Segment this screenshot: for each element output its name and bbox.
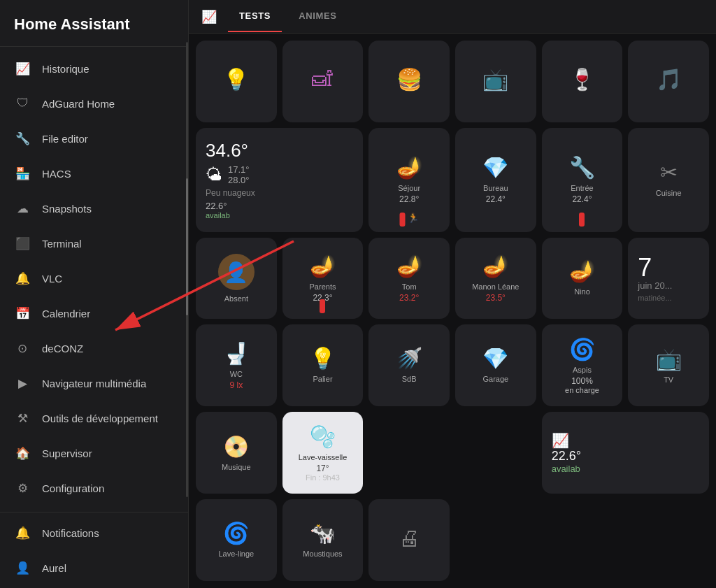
lave-vaisselle-sub: Fin : 9h43: [306, 473, 340, 482]
card-sejour[interactable]: 🪔 Séjour 22.8° 🏃: [368, 128, 450, 232]
sidebar-item-file-editor[interactable]: 🔧 File editor: [0, 121, 188, 156]
avail-temp: 22.6°: [552, 449, 699, 464]
sidebar-item-aurel[interactable]: 👤 Aurel: [0, 550, 188, 585]
wc-label: WC: [230, 370, 243, 379]
sidebar-item-configuration[interactable]: ⚙ Configuration: [0, 471, 188, 505]
sidebar-bottom: 🔔 Notifications 👤 Aurel: [0, 512, 188, 588]
card-musique[interactable]: 📀 Musique: [196, 412, 277, 494]
sidebar-item-hacs[interactable]: 🏪 HACS: [0, 156, 188, 191]
sidebar-item-vlc[interactable]: 🔔 VLC: [0, 261, 188, 296]
card-entree[interactable]: 🔧 Entrée 22.4°: [542, 128, 623, 232]
sidebar-item-outils[interactable]: ⚒ Outils de développement: [0, 401, 188, 436]
avatar: 👤: [218, 254, 255, 290]
lave-linge-icon: 🌀: [223, 521, 249, 545]
card-cuisine[interactable]: ✂ Cuisine: [628, 128, 709, 232]
printer-icon: 🖨: [399, 526, 420, 550]
tab-tests[interactable]: TESTS: [228, 1, 282, 32]
tv2-icon: 📺: [656, 347, 682, 371]
bureau-label: Bureau: [483, 184, 508, 193]
file-editor-label: File editor: [42, 133, 88, 145]
card-parents[interactable]: 🪔 Parents 22.3°: [282, 238, 364, 320]
supervisor-icon: 🏠: [14, 445, 31, 461]
supervisor-label: Supervisor: [42, 447, 92, 459]
sidebar-item-supervisor[interactable]: 🏠 Supervisor: [0, 436, 188, 471]
sdb-label: SdB: [402, 375, 417, 384]
entree-temp: 22.4°: [572, 194, 592, 204]
tab-animes[interactable]: ANIMES: [287, 1, 348, 32]
verre-icon: 🍷: [569, 67, 595, 92]
main-area: 📈 TESTS ANIMES 💡🛋🍔📺🍷🎵 34.6° 🌤 17.1°28.0°…: [189, 0, 716, 588]
weather-status: availab: [206, 211, 353, 220]
card-lampe1[interactable]: 💡: [196, 41, 277, 122]
navigateur-label: Navigateur multimédia: [42, 378, 146, 389]
weather-extra: 22.6°: [206, 201, 353, 211]
weather-card[interactable]: 34.6° 🌤 17.1°28.0° Peu nuageux 22.6° ava…: [196, 128, 363, 232]
tab-graph-icon[interactable]: 📈: [196, 2, 222, 31]
bureau-icon: 💎: [482, 155, 508, 180]
configuration-label: Configuration: [42, 482, 104, 494]
aurel-icon: 👤: [14, 559, 31, 576]
outils-icon: ⚒: [14, 410, 31, 426]
card-nino[interactable]: 🪔 Nino: [542, 238, 623, 320]
wc-icon: 🚽: [223, 341, 249, 366]
sidebar-item-navigateur[interactable]: ▶ Navigateur multimédia: [0, 366, 188, 401]
sdb-icon: 🚿: [396, 346, 422, 371]
card-lave-linge[interactable]: 🌀 Lave-linge: [196, 499, 277, 581]
hacs-icon: 🏪: [14, 165, 31, 182]
palier-icon: 💡: [310, 346, 336, 371]
card-lave-vaisselle[interactable]: 🫧 Lave-vaisselle 17° Fin : 9h43: [282, 412, 364, 494]
deconz-label: deCONZ: [42, 343, 83, 354]
sidebar-item-terminal[interactable]: ⬛ Terminal: [0, 226, 188, 261]
lave-vaisselle-temp: 17°: [316, 464, 329, 473]
card-badges-parents: [320, 299, 325, 313]
date-card[interactable]: 7 juin 20... matinée...: [628, 238, 709, 320]
avail-graph-icon: 📈: [552, 432, 699, 449]
sidebar-item-calendrier[interactable]: 📅 Calendrier: [0, 296, 188, 331]
aspis-label: Aspis: [573, 366, 592, 375]
card-tv[interactable]: 📺: [455, 41, 536, 122]
bureau-temp: 22.4°: [486, 194, 506, 204]
card-aspis[interactable]: 🌀 Aspis 100% en charge: [542, 324, 623, 406]
vlc-label: VLC: [42, 273, 62, 285]
parents-label: Parents: [310, 282, 336, 292]
musique-label: Musique: [222, 463, 251, 472]
weather-desc: Peu nuageux: [206, 188, 353, 198]
sidebar-nav: 📈 Historique 🛡 AdGuard Home 🔧 File edito…: [0, 47, 188, 512]
person-card[interactable]: 👤 Absent: [196, 238, 277, 320]
sidebar-item-deconz[interactable]: ⊙ deCONZ: [0, 331, 188, 366]
card-garage[interactable]: 💎 Garage: [455, 324, 536, 406]
nino-label: Nino: [574, 287, 590, 296]
garage-icon: 💎: [482, 346, 508, 371]
card-tom[interactable]: 🪔 Tom 23.2°: [368, 238, 450, 320]
card-music-note[interactable]: 🎵: [628, 41, 709, 122]
wc-count: 9 lx: [229, 380, 243, 390]
card-palier[interactable]: 💡 Palier: [282, 324, 364, 406]
card-sdb[interactable]: 🚿 SdB: [368, 324, 450, 406]
availability-card[interactable]: 📈 22.6° availab: [542, 412, 709, 494]
card-verre[interactable]: 🍷: [542, 41, 623, 122]
card-canape[interactable]: 🛋: [282, 41, 364, 122]
card-bureau[interactable]: 💎 Bureau 22.4°: [455, 128, 536, 232]
aurel-label: Aurel: [42, 562, 66, 574]
sidebar-item-notifications[interactable]: 🔔 Notifications: [0, 515, 188, 550]
card-printer[interactable]: 🖨: [368, 499, 450, 581]
adguard-label: AdGuard Home: [42, 98, 115, 110]
card-burger[interactable]: 🍔: [368, 41, 450, 122]
sidebar-item-adguard[interactable]: 🛡 AdGuard Home: [0, 86, 188, 121]
adguard-icon: 🛡: [14, 95, 31, 112]
card-manon[interactable]: 🪔 Manon Léane 23.5°: [455, 238, 536, 320]
sejour-temp: 22.8°: [399, 194, 419, 204]
card-wc[interactable]: 🚽 WC 9 lx: [196, 324, 277, 406]
moustiques-label: Moustiques: [303, 550, 342, 559]
card-tv2[interactable]: 📺 TV: [628, 324, 709, 406]
card-moustiques[interactable]: 🐄 Moustiques: [282, 499, 364, 581]
terminal-icon: ⬛: [14, 235, 31, 252]
calendrier-label: Calendrier: [42, 308, 90, 320]
entree-label: Entrée: [571, 184, 593, 193]
lave-linge-label: Lave-linge: [218, 550, 254, 559]
sidebar-item-snapshots[interactable]: ☁ Snapshots: [0, 191, 188, 226]
sidebar-item-historique[interactable]: 📈 Historique: [0, 51, 188, 86]
notifications-label: Notifications: [42, 527, 99, 539]
configuration-icon: ⚙: [14, 480, 31, 496]
lave-vaisselle-label: Lave-vaisselle: [299, 453, 348, 462]
